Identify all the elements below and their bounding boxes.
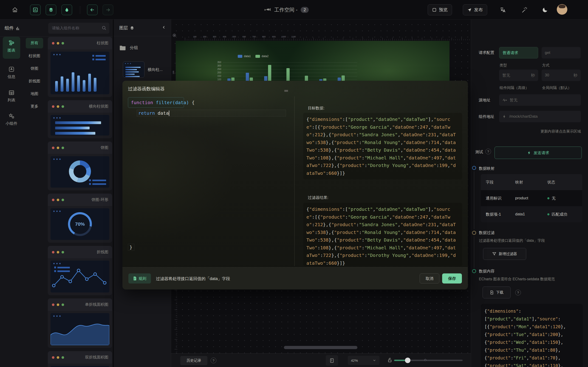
language-button[interactable]: [498, 5, 508, 15]
workspace-title-text: 工作空间 -: [274, 6, 297, 13]
mapping-row[interactable]: 数据项-1 data1 匹配成功: [481, 206, 582, 222]
save-button[interactable]: 保存: [442, 273, 462, 284]
fish-icon: [264, 7, 271, 12]
mapping-row[interactable]: 通用标识 product 无: [481, 190, 582, 206]
home-button[interactable]: [10, 5, 20, 15]
component-card-pie[interactable]: 饼图: [48, 142, 112, 190]
component-card-double-area[interactable]: 双折线面积图: [48, 351, 112, 367]
download-label: 下载: [496, 290, 503, 295]
publish-button[interactable]: 发布: [463, 4, 487, 15]
request-type-select[interactable]: 普通请求: [499, 47, 538, 58]
component-url-input[interactable]: /mock/chartData: [499, 111, 581, 122]
ruler-origin-icon[interactable]: [172, 33, 176, 38]
download-button[interactable]: 下载: [483, 286, 510, 298]
component-card-ring[interactable]: 饼图-环形 70%: [48, 194, 112, 243]
gridline: [223, 76, 357, 76]
data-filter-desc: 过滤器将处理接口返回值的「data」字段: [479, 238, 545, 243]
editor-scrollbar-thumb[interactable]: [284, 90, 288, 92]
unlock-icon[interactable]: [387, 357, 393, 364]
timeline-connector: [474, 236, 474, 268]
layers-page-button[interactable]: [46, 5, 56, 15]
workspace-title: 工作空间 - 2: [264, 0, 309, 19]
data-content-json[interactable]: {"dimensions":["product","data1"],"sourc…: [481, 304, 583, 367]
redo-button[interactable]: [103, 5, 113, 15]
component-card-hbar[interactable]: 横向柱状图: [48, 100, 112, 138]
zoom-level-select[interactable]: 42%: [348, 356, 380, 365]
legend-item[interactable]: data2: [255, 55, 268, 58]
type-sublabel: 类型: [500, 63, 507, 68]
sidebar-tab-label: 列表: [8, 98, 15, 103]
category-more[interactable]: 更多: [23, 104, 46, 109]
sidebar-tab-charts[interactable]: 图表: [3, 37, 20, 59]
target-data-json[interactable]: {"dimensions":["product","dataOne","data…: [303, 113, 462, 179]
lightning-icon: [527, 151, 531, 155]
col-map: 映射: [515, 180, 547, 185]
component-card-title: 单折线面积图: [85, 298, 108, 311]
layer-item-hbar[interactable]: 横向柱...: [116, 59, 169, 80]
ruler-number: 300: [213, 35, 216, 38]
download-doc-icon: [490, 290, 494, 294]
app-root: 工作空间 - 2 预览 发布 组件: [0, 0, 588, 367]
y-axis-label: 350: [212, 61, 221, 64]
category-map[interactable]: 地图: [23, 91, 46, 96]
component-card-area[interactable]: 单折线面积图: [48, 298, 112, 348]
magic-wand-icon: [521, 7, 527, 13]
send-request-label: 发送请求: [534, 150, 549, 156]
code-line-function: function filter(data) {: [128, 97, 184, 108]
sidebar-tab-widgets[interactable]: 小组件: [3, 110, 20, 130]
bar-chart-icon: [33, 7, 38, 13]
component-thumbnail-area: [51, 313, 109, 345]
code-editor-input[interactable]: return data: [137, 110, 286, 117]
workspace-count-badge[interactable]: 2: [301, 7, 309, 13]
category-line[interactable]: 折线图: [23, 78, 46, 84]
component-search: [48, 23, 109, 34]
source-url-input[interactable]: 暂无: [499, 94, 581, 106]
layer-group-item[interactable]: 分组: [119, 45, 138, 51]
component-card-title: 折线图: [97, 246, 108, 258]
category-all[interactable]: 所有: [26, 38, 43, 48]
component-card-line[interactable]: 折线图: [48, 246, 112, 295]
detail-panel-toggle-button[interactable]: [326, 355, 338, 366]
droplet-icon: [64, 7, 69, 13]
send-request-button[interactable]: 发送请求: [494, 147, 582, 159]
update-hint-text: 更新内容请点击展示区域: [499, 129, 581, 134]
sidebar-tab-info[interactable]: 信息: [3, 63, 20, 83]
target-data-label: 目标数据:: [308, 106, 325, 111]
modal-footer: 规则 过滤器将处理接口返回值的「data」字段 取消 保存: [122, 267, 468, 290]
user-avatar[interactable]: [557, 4, 567, 15]
window-dots: [52, 42, 64, 44]
zoom-slider[interactable]: [394, 360, 463, 361]
global-interval-input[interactable]: 30 秒: [542, 69, 581, 81]
source-url-placeholder: 暂无: [510, 98, 518, 103]
preview-button[interactable]: 预览: [428, 4, 452, 15]
add-filter-button[interactable]: 新增过滤器: [483, 248, 526, 260]
history-button[interactable]: 历史记录: [180, 356, 208, 365]
component-card-title: 横向柱状图: [89, 100, 108, 113]
help-icon[interactable]: ?: [211, 358, 216, 363]
request-method-select[interactable]: get: [542, 47, 581, 58]
rule-badge-label: 规则: [138, 276, 146, 281]
component-card-bar[interactable]: 柱状图: [48, 37, 112, 97]
category-pie[interactable]: 饼图: [23, 66, 46, 71]
chart-page-button[interactable]: [30, 5, 41, 15]
layers-title-text: 图层: [119, 25, 128, 31]
ruler-number: 100: [193, 35, 196, 38]
dark-mode-button[interactable]: [540, 5, 550, 15]
test-help-icon[interactable]: ?: [485, 149, 491, 154]
component-search-input[interactable]: [48, 23, 109, 34]
component-interval-input[interactable]: 暂无 秒: [499, 69, 538, 81]
collapse-panel-button[interactable]: [162, 25, 166, 31]
filter-result-json[interactable]: {"dimensions":["product","dataOne","data…: [303, 203, 462, 266]
canvas-horizontal-scrollbar[interactable]: [284, 346, 357, 349]
theme-drop-button[interactable]: [61, 5, 72, 15]
magic-wand-button[interactable]: [519, 5, 529, 15]
row-field: 通用标识: [481, 196, 515, 201]
component-card-title: 饼图: [101, 142, 108, 154]
category-bar[interactable]: 柱状图: [23, 53, 46, 58]
zoom-slider-thumb[interactable]: [405, 358, 410, 363]
undo-button[interactable]: [87, 5, 98, 15]
legend-item[interactable]: data1: [238, 55, 251, 58]
content-help-icon[interactable]: ?: [515, 290, 521, 295]
sidebar-tab-list[interactable]: 列表: [3, 86, 20, 106]
cancel-button[interactable]: 取消: [420, 273, 439, 284]
